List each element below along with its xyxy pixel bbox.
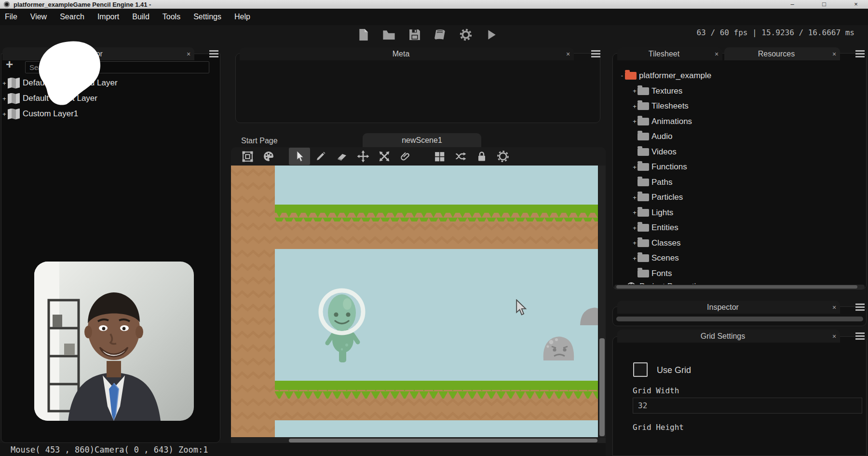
status-bar: Mouse( 453 , 860)Camera( 0 , 643) Zoom:1 [0,443,606,456]
save-icon[interactable] [408,28,421,41]
add-layer-button[interactable]: + [6,59,13,69]
expand-icon[interactable]: + [632,164,637,171]
meta-close-icon[interactable]: × [562,50,574,58]
tree-label: Lights [651,208,673,218]
tree-row-tilesheets[interactable]: +Tilesheets [632,99,689,114]
tree-row-paths[interactable]: Paths [632,175,672,190]
menu-import[interactable]: Import [97,13,119,21]
minimize-button[interactable]: – [785,0,800,9]
canvas-vertical-scrollbar[interactable] [598,166,606,437]
expand-icon[interactable]: + [1,111,7,118]
tree-label: Paths [651,178,672,187]
attach-paperclip-icon[interactable] [395,148,416,165]
properties-icon [626,281,637,285]
new-file-icon[interactable] [357,28,370,41]
scene-toolbar [231,147,606,166]
resources-horizontal-scrollbar[interactable] [614,285,865,289]
menu-bar: File View Search Import Build Tools Sett… [0,9,868,25]
tree-label: Textures [651,86,682,96]
tab-grid-settings[interactable]: Grid Settings × [617,330,840,343]
open-folder-icon[interactable] [382,28,395,41]
tree-row-project-properties[interactable]: Project Properties [626,279,828,284]
tree-row-audio[interactable]: Audio [632,129,672,144]
application-window: platformer_exampleGame Pencil Engine 1.4… [0,0,868,456]
expand-icon[interactable]: + [1,95,7,102]
menu-settings[interactable]: Settings [193,13,221,21]
transform-tool-icon[interactable] [374,148,395,165]
pencil-icon[interactable] [310,148,331,165]
resources-close-icon[interactable]: × [828,50,840,58]
menu-tools[interactable]: Tools [163,13,180,21]
expand-icon[interactable]: + [632,224,637,232]
grid-width-input[interactable] [633,398,862,414]
palette-icon[interactable] [258,148,279,165]
tree-row-project-root[interactable]: - platformer_example [619,68,711,83]
tab-new-scene1[interactable]: newScene1 [363,133,481,147]
menu-help[interactable]: Help [234,13,250,21]
menu-build[interactable]: Build [132,13,149,21]
meta-panel-menu-icon[interactable] [591,50,600,57]
menu-file[interactable]: File [5,13,17,21]
expand-icon[interactable]: + [632,194,637,201]
expand-icon[interactable]: + [1,80,7,87]
tab-meta[interactable]: Meta × [240,47,574,60]
move-tool-icon[interactable] [353,148,374,165]
folder-icon [637,87,649,95]
tree-row-textures[interactable]: +Textures [632,83,682,98]
tree-row-functions[interactable]: +Functions [632,160,687,175]
scene-frame-icon[interactable] [237,148,258,165]
scene-options-ring-icon[interactable] [492,148,514,165]
menu-search[interactable]: Search [60,13,84,21]
grid-settings-menu-icon[interactable] [855,332,865,340]
eraser-icon[interactable] [331,148,353,165]
tree-row-particles[interactable]: +Particles [632,190,683,205]
lock-icon[interactable] [471,148,492,165]
expand-icon[interactable]: + [632,255,637,262]
tree-row-videos[interactable]: Videos [632,144,677,159]
tree-label: Classes [651,238,680,248]
tab-start-page[interactable]: Start Page [241,134,278,147]
tree-label: Audio [651,132,672,141]
tiles-grid-icon[interactable] [429,148,450,165]
expand-icon[interactable]: + [632,103,637,110]
tree-row-lights[interactable]: +Lights [632,205,673,220]
editor-close-icon[interactable]: × [183,50,194,58]
collapse-icon[interactable]: - [619,72,625,79]
tree-row-entities[interactable]: +Entities [632,221,678,235]
grid-width-label: Grid Width [633,386,679,395]
inspector-scrollbar[interactable] [616,317,863,321]
grid-settings-close-icon[interactable]: × [828,332,840,340]
editor-panel-menu-icon[interactable] [209,50,218,57]
white-blob-overlay [34,39,111,111]
expand-icon[interactable]: + [632,209,637,216]
select-cursor-icon[interactable] [289,148,310,165]
inspector-panel-menu-icon[interactable] [855,304,865,311]
resources-panel-menu-icon[interactable] [855,50,865,57]
tree-row-scenes[interactable]: +Scenes [632,251,679,266]
close-button[interactable]: × [849,0,863,9]
main-toolbar [357,25,498,44]
shuffle-icon[interactable] [450,148,471,165]
folder-icon [637,163,649,171]
inspector-close-icon[interactable]: × [828,304,840,311]
grid-settings-title: Grid Settings [617,332,828,341]
inspector-panel-title: Inspector [617,303,828,312]
tree-row-classes[interactable]: +Classes [632,235,680,250]
tab-resources[interactable]: Resources × [724,47,840,60]
tree-row-animations[interactable]: +Animations [632,114,692,129]
tab-tilesheet[interactable]: Tilesheet × [617,47,722,60]
expand-icon[interactable]: + [632,118,637,125]
expand-icon[interactable]: + [632,87,637,95]
manual-book-icon[interactable] [434,28,447,41]
scene-canvas[interactable] [231,166,598,437]
expand-icon[interactable]: + [632,239,637,247]
use-grid-checkbox[interactable] [633,362,648,377]
settings-gear-icon[interactable] [459,28,472,41]
run-play-icon[interactable] [485,28,498,41]
title-bar: platformer_exampleGame Pencil Engine 1.4… [0,0,868,9]
tilesheet-close-icon[interactable]: × [711,50,722,58]
tab-inspector[interactable]: Inspector × [617,301,840,314]
maximize-button[interactable]: □ [817,0,831,9]
folder-icon [637,254,649,262]
menu-view[interactable]: View [30,13,47,21]
